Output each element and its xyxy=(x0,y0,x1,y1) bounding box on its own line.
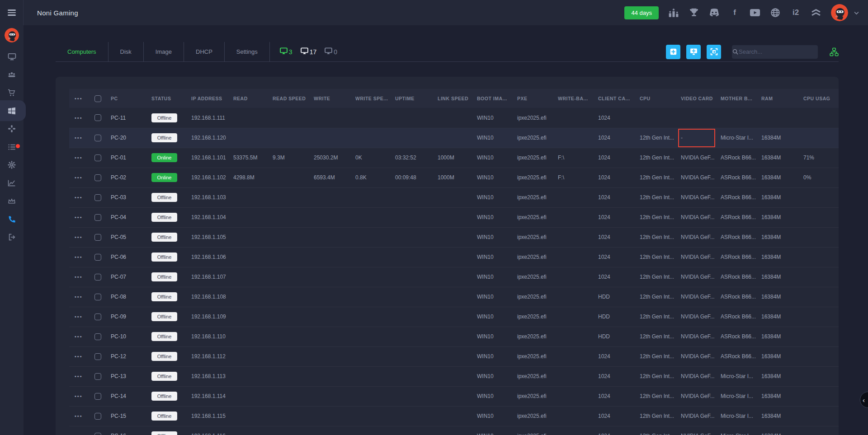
row-actions-menu[interactable]: ••• xyxy=(69,374,94,379)
gg-logo-icon[interactable] xyxy=(811,7,821,18)
chevron-down-icon[interactable] xyxy=(854,9,859,17)
column-header-write[interactable]: WRITE xyxy=(314,89,355,108)
computer-row-PC-10[interactable]: •••PC-10Offline192.168.1.110WIN10ipxe202… xyxy=(69,327,839,346)
column-header-uptime[interactable]: UPTIME xyxy=(395,89,438,108)
column-header-link_speed[interactable]: LINK SPEED xyxy=(438,89,477,108)
sidebar-item-games[interactable] xyxy=(0,120,24,138)
row-actions-menu[interactable]: ••• xyxy=(69,195,94,200)
hamburger-menu-icon[interactable] xyxy=(8,8,16,17)
column-header-boot_image[interactable]: BOOT IMA... xyxy=(477,89,517,108)
row-actions-menu[interactable]: ••• xyxy=(69,215,94,220)
column-header-status[interactable]: STATUS xyxy=(151,89,191,108)
row-checkbox[interactable] xyxy=(94,294,101,300)
scan-computers-button[interactable] xyxy=(707,45,721,59)
row-checkbox[interactable] xyxy=(94,154,101,161)
computer-row-PC-11[interactable]: •••PC-11Offline192.168.1.111WIN10ipxe202… xyxy=(69,108,839,128)
sidebar-item-shop[interactable] xyxy=(0,84,24,102)
sidebar-item-users[interactable] xyxy=(0,65,24,84)
row-checkbox[interactable] xyxy=(94,214,101,221)
column-header-write_back[interactable]: WRITE-BA... xyxy=(558,89,598,108)
row-actions-menu[interactable]: ••• xyxy=(69,314,94,319)
add-computer-button[interactable] xyxy=(686,45,701,59)
computer-counter-1[interactable]: 17 xyxy=(301,47,317,56)
network-sitemap-icon[interactable] xyxy=(830,47,839,56)
sidebar-item-windows[interactable] xyxy=(0,102,24,120)
row-actions-menu[interactable]: ••• xyxy=(69,234,94,240)
column-header-motherboard[interactable]: MOTHER B... xyxy=(721,89,761,108)
computer-row-PC-02[interactable]: •••PC-02Online192.168.1.1024298.8M6593.4… xyxy=(69,168,839,187)
sidebar-item-license[interactable] xyxy=(0,192,24,210)
column-header-actions[interactable]: ••• xyxy=(69,89,94,108)
column-header-video_card[interactable]: VIDEO CARD xyxy=(681,89,721,108)
row-actions-menu[interactable]: ••• xyxy=(69,294,94,299)
computer-row-PC-07[interactable]: •••PC-07Offline192.168.1.107WIN10ipxe202… xyxy=(69,267,839,287)
column-header-cpu_usage[interactable]: CPU USAG xyxy=(803,89,839,108)
row-checkbox[interactable] xyxy=(94,135,101,141)
computer-row-PC-01[interactable]: •••PC-01Online192.168.1.10153375.5M9.3M2… xyxy=(69,148,839,168)
app-logo-ninja[interactable] xyxy=(5,28,19,42)
leaderboard-icon[interactable] xyxy=(668,7,679,18)
tab-settings[interactable]: Settings xyxy=(224,42,269,62)
computer-row-PC-20[interactable]: •••PC-20Offline192.168.1.120WIN10ipxe202… xyxy=(69,128,839,148)
select-all-checkbox[interactable] xyxy=(94,95,101,102)
add-button[interactable] xyxy=(666,45,680,59)
row-actions-menu[interactable]: ••• xyxy=(69,433,94,435)
row-checkbox[interactable] xyxy=(94,174,101,181)
column-header-ram[interactable]: RAM xyxy=(761,89,803,108)
row-actions-menu[interactable]: ••• xyxy=(69,274,94,280)
column-header-pxe[interactable]: PXE xyxy=(517,89,558,108)
computer-counter-0[interactable]: 3 xyxy=(280,47,292,56)
column-header-cpu[interactable]: CPU xyxy=(640,89,681,108)
column-header-ip[interactable]: IP ADDRESS xyxy=(191,89,233,108)
tournament-trophy-icon[interactable] xyxy=(689,7,699,18)
tab-computers[interactable]: Computers xyxy=(56,42,108,62)
computer-row-PC-06[interactable]: •••PC-06Offline192.168.1.106WIN10ipxe202… xyxy=(69,247,839,267)
row-actions-menu[interactable]: ••• xyxy=(69,393,94,399)
row-actions-menu[interactable]: ••• xyxy=(69,334,94,339)
row-actions-menu[interactable]: ••• xyxy=(69,354,94,359)
row-checkbox[interactable] xyxy=(94,234,101,241)
sidebar-item-statistics[interactable] xyxy=(0,174,24,192)
computer-row-PC-09[interactable]: •••PC-09Offline192.168.1.109WIN10ipxe202… xyxy=(69,307,839,327)
discord-icon[interactable] xyxy=(709,7,720,18)
row-checkbox[interactable] xyxy=(94,413,101,420)
column-header-select[interactable] xyxy=(94,89,111,108)
computer-row-PC-03[interactable]: •••PC-03Offline192.168.1.103WIN10ipxe202… xyxy=(69,187,839,207)
row-checkbox[interactable] xyxy=(94,373,101,380)
column-header-read[interactable]: READ xyxy=(233,89,273,108)
computer-row-PC-08[interactable]: •••PC-08Offline192.168.1.108WIN10ipxe202… xyxy=(69,287,839,307)
header-actions-menu[interactable]: ••• xyxy=(69,96,94,101)
computer-row-PC-13[interactable]: •••PC-13Offline192.168.1.113WIN10ipxe202… xyxy=(69,366,839,386)
computer-counter-2[interactable]: 0 xyxy=(325,47,337,56)
column-header-pc[interactable]: PC xyxy=(111,89,151,108)
sidebar-item-support[interactable] xyxy=(0,210,24,228)
computer-row-PC-12[interactable]: •••PC-12Offline192.168.1.112WIN10ipxe202… xyxy=(69,346,839,366)
user-avatar[interactable] xyxy=(831,4,848,21)
computer-row-PC-15[interactable]: •••PC-15Offline192.168.1.115WIN10ipxe202… xyxy=(69,406,839,426)
sidebar-item-logs[interactable] xyxy=(0,138,24,156)
row-checkbox[interactable] xyxy=(94,433,101,435)
sidebar-item-settings[interactable] xyxy=(0,156,24,174)
website-globe-icon[interactable] xyxy=(770,7,781,18)
license-days-badge[interactable]: 44 days xyxy=(624,6,659,19)
row-checkbox[interactable] xyxy=(94,114,101,121)
computer-row-PC-05[interactable]: •••PC-05Offline192.168.1.105WIN10ipxe202… xyxy=(69,227,839,247)
tab-image[interactable]: Image xyxy=(143,42,184,62)
row-actions-menu[interactable]: ••• xyxy=(69,155,94,160)
tab-disk[interactable]: Disk xyxy=(108,42,143,62)
row-actions-menu[interactable]: ••• xyxy=(69,115,94,121)
row-checkbox[interactable] xyxy=(94,274,101,281)
computer-row-PC-04[interactable]: •••PC-04Offline192.168.1.104WIN10ipxe202… xyxy=(69,207,839,227)
computer-row-PC-16[interactable]: •••PC-16Offline192.168.1.116WIN10ipxe202… xyxy=(69,426,839,435)
row-checkbox[interactable] xyxy=(94,333,101,340)
row-checkbox[interactable] xyxy=(94,254,101,261)
computer-row-PC-14[interactable]: •••PC-14Offline192.168.1.114WIN10ipxe202… xyxy=(69,386,839,406)
column-header-client_cache[interactable]: CLIENT CA... xyxy=(598,89,640,108)
row-actions-menu[interactable]: ••• xyxy=(69,175,94,180)
row-actions-menu[interactable]: ••• xyxy=(69,413,94,419)
i2-logo-icon[interactable]: i2 xyxy=(790,7,801,18)
search-input[interactable] xyxy=(739,48,818,55)
row-actions-menu[interactable]: ••• xyxy=(69,135,94,140)
row-checkbox[interactable] xyxy=(94,393,101,400)
youtube-icon[interactable] xyxy=(750,7,760,18)
